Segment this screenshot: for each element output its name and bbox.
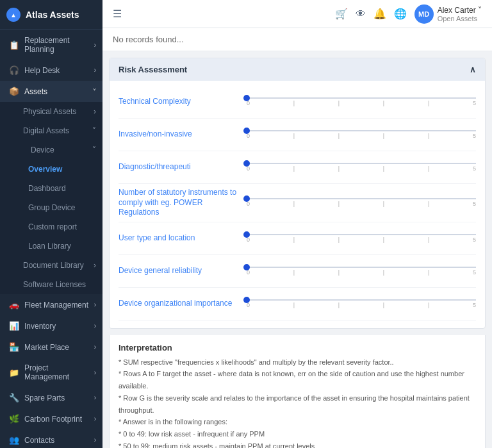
slider-container-technical-complexity: 0 | | | | 5 bbox=[247, 90, 476, 114]
slider-track-invasive-non-invasive bbox=[247, 130, 476, 131]
slider-tick-3: | bbox=[383, 165, 384, 172]
risk-assessment-header: Risk Assessment ∧ bbox=[110, 58, 485, 81]
slider-label-device-reliability: Device general reliability bbox=[119, 266, 247, 276]
logo-icon: ▲ bbox=[6, 8, 20, 22]
sliders-container: Technical Complexity 0 | | | | 5 Invasiv… bbox=[119, 86, 476, 320]
contacts-icon: 👥 bbox=[9, 435, 19, 445]
slider-tick-4: | bbox=[428, 236, 429, 243]
collapse-icon[interactable]: ∧ bbox=[470, 65, 476, 74]
slider-labels-device-importance: 0 | | | | 5 bbox=[247, 302, 476, 308]
slider-label-technical-complexity: Technical Complexity bbox=[119, 97, 247, 107]
sidebar-item-label: Contacts bbox=[24, 436, 54, 445]
slider-track-diagnostic-therapeutic bbox=[247, 163, 476, 164]
slider-row-diagnostic-therapeutic: Diagnostic/threapeuti 0 | | | | 5 bbox=[119, 151, 476, 184]
cart-icon[interactable]: 🛒 bbox=[335, 8, 348, 20]
interpretation-body: * SUM respective "frequencies x likeliho… bbox=[119, 356, 476, 448]
slider-thumb-invasive-non-invasive[interactable] bbox=[243, 128, 250, 134]
slider-thumb-statutory-instruments[interactable] bbox=[243, 195, 250, 202]
slider-tick-1: | bbox=[293, 100, 295, 106]
slider-thumb-user-type-location[interactable] bbox=[243, 231, 250, 238]
sidebar-item-help-desk[interactable]: 🎧 Help Desk › bbox=[0, 60, 102, 81]
sidebar-item-overview[interactable]: Overview bbox=[0, 160, 102, 179]
spare-parts-icon: 🔧 bbox=[9, 393, 19, 402]
sidebar-item-physical-assets[interactable]: Physical Assets › bbox=[0, 102, 102, 121]
slider-tick-4: | bbox=[428, 302, 429, 308]
sidebar-item-replacement-planning[interactable]: 📋 Replacement Planning › bbox=[0, 30, 102, 60]
topbar: ☰ 🛒 👁 🔔 🌐 MD Alex Carter ˅ Open Assets bbox=[102, 0, 492, 28]
sidebar-item-project-management[interactable]: 📁 Project Management › bbox=[0, 358, 102, 387]
chevron-icon: › bbox=[94, 436, 96, 444]
slider-container-diagnostic-therapeutic: 0 | | | | 5 bbox=[247, 155, 476, 179]
slider-label-user-type-location: User type and location bbox=[119, 233, 247, 244]
interpretation-title: Interpretation bbox=[119, 343, 476, 353]
slider-label-device-importance: Device organizational importance bbox=[119, 299, 247, 309]
slider-thumb-technical-complexity[interactable] bbox=[243, 95, 250, 101]
slider-tick-2: | bbox=[338, 236, 340, 243]
sidebar-item-contacts[interactable]: 👥 Contacts › bbox=[0, 429, 102, 448]
bell-icon[interactable]: 🔔 bbox=[373, 8, 386, 20]
slider-container-invasive-non-invasive: 0 | | | | 5 bbox=[247, 122, 476, 147]
slider-row-user-type-location: User type and location 0 | | | | 5 bbox=[119, 222, 476, 255]
slider-track-technical-complexity bbox=[247, 97, 476, 99]
slider-thumb-device-reliability[interactable] bbox=[243, 264, 250, 270]
chevron-icon: › bbox=[94, 415, 96, 422]
sidebar-item-label: Fleet Management bbox=[24, 301, 88, 310]
slider-row-invasive-non-invasive: Invasive/non-invasive 0 | | | | 5 bbox=[119, 119, 476, 151]
eye-icon[interactable]: 👁 bbox=[356, 8, 366, 20]
slider-container-device-importance: 0 | | | | 5 bbox=[247, 292, 476, 316]
fleet-icon: 🚗 bbox=[9, 300, 19, 310]
interpretation-section: Interpretation * SUM respective "frequen… bbox=[109, 335, 486, 448]
slider-tick-1: | bbox=[293, 165, 295, 172]
no-records-message: No records found... bbox=[102, 28, 492, 51]
sidebar-item-market-place[interactable]: 🏪 Market Place › bbox=[0, 336, 102, 358]
carbon-icon: 🌿 bbox=[9, 414, 19, 424]
slider-tick-4: | bbox=[428, 201, 429, 207]
chevron-icon: › bbox=[94, 369, 96, 376]
slider-container-statutory-instruments: 0 | | | | 5 bbox=[247, 190, 476, 215]
sidebar-item-label: Project Management bbox=[24, 363, 94, 381]
sidebar-item-label: Inventory bbox=[24, 322, 56, 331]
sidebar-item-digital-assets[interactable]: Digital Assets ˅ bbox=[0, 121, 102, 140]
globe-icon[interactable]: 🌐 bbox=[394, 8, 407, 20]
sidebar-item-device[interactable]: Device ˅ bbox=[0, 140, 102, 160]
sidebar-item-fleet-management[interactable]: 🚗 Fleet Management › bbox=[0, 294, 102, 315]
slider-labels-device-reliability: 0 | | | | 5 bbox=[247, 269, 476, 276]
slider-tick-1: | bbox=[293, 302, 295, 308]
sidebar-item-carbon-footprint[interactable]: 🌿 Carbon Footprint › bbox=[0, 408, 102, 429]
slider-thumb-diagnostic-therapeutic[interactable] bbox=[243, 160, 250, 167]
sidebar-logo[interactable]: ▲ Atlas Assets bbox=[0, 0, 102, 30]
slider-tick-2: | bbox=[338, 133, 340, 139]
sidebar-item-software-licenses[interactable]: Software Licenses bbox=[0, 275, 102, 294]
user-profile[interactable]: MD Alex Carter ˅ Open Assets bbox=[414, 4, 482, 24]
label: Software Licenses bbox=[23, 280, 86, 289]
slider-row-device-reliability: Device general reliability 0 | | | | 5 bbox=[119, 255, 476, 288]
chevron-icon: › bbox=[94, 67, 96, 74]
slider-labels-user-type-location: 0 | | | | 5 bbox=[247, 236, 476, 243]
sidebar-item-document-library[interactable]: Document Library › bbox=[0, 256, 102, 275]
slider-tick-3: | bbox=[383, 133, 384, 139]
sidebar-item-assets[interactable]: 📦 Assets ˅ bbox=[0, 81, 102, 102]
menu-icon[interactable]: ☰ bbox=[113, 8, 122, 20]
slider-row-technical-complexity: Technical Complexity 0 | | | | 5 bbox=[119, 86, 476, 119]
sidebar-item-dashboard[interactable]: Dashboard bbox=[0, 179, 102, 198]
sidebar-item-loan-library[interactable]: Loan Library bbox=[0, 236, 102, 256]
sidebar-item-inventory[interactable]: 📊 Inventory › bbox=[0, 315, 102, 336]
slider-tick-2: | bbox=[338, 165, 340, 172]
sidebar-item-label: Carbon Footprint bbox=[24, 415, 82, 424]
slider-tick-4: | bbox=[428, 100, 429, 106]
label: Digital Assets bbox=[23, 126, 69, 135]
chevron-icon: › bbox=[94, 322, 96, 329]
sidebar-item-spare-parts[interactable]: 🔧 Spare Parts › bbox=[0, 387, 102, 408]
assets-icon: 📦 bbox=[9, 87, 19, 96]
interp-line: * 0 to 49: low risk asset - infrequent i… bbox=[119, 428, 476, 440]
sidebar-item-group-device[interactable]: Group Device bbox=[0, 198, 102, 217]
sidebar: ▲ Atlas Assets 📋 Replacement Planning › … bbox=[0, 0, 102, 448]
label: Physical Assets bbox=[23, 107, 76, 116]
sidebar-item-label: Assets bbox=[24, 87, 47, 96]
slider-thumb-device-importance[interactable] bbox=[243, 297, 250, 303]
sidebar-item-label: Help Desk bbox=[24, 66, 60, 75]
slider-max: 5 bbox=[473, 133, 476, 139]
slider-max: 5 bbox=[473, 165, 476, 172]
sidebar-item-custom-report[interactable]: Custom report bbox=[0, 217, 102, 236]
chevron-down-icon: ˅ bbox=[92, 126, 96, 135]
